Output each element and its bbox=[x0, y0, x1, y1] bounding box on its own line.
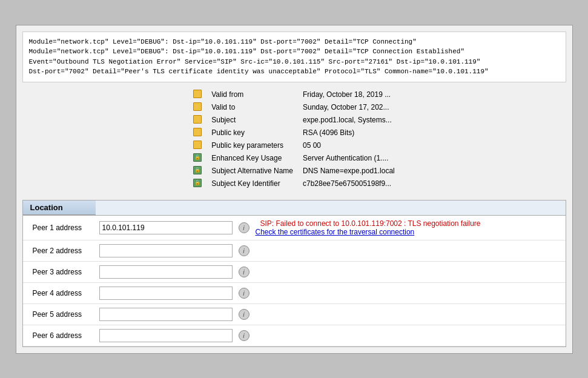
log-section: Module="network.tcp" Level="DEBUG": Dst-… bbox=[22, 31, 566, 82]
peer-row-2: Peer 2 addressi bbox=[23, 240, 566, 262]
log-line-3: Event="Outbound TLS Negotiation Error" S… bbox=[29, 57, 560, 67]
cert-label: Public key parameters bbox=[206, 139, 298, 152]
yellow-icon bbox=[193, 115, 202, 124]
cert-row: Subject Alternative NameDNS Name=expe.po… bbox=[188, 165, 400, 177]
cert-value: Sunday, October 17, 202... bbox=[298, 101, 400, 114]
cert-label: Subject Key Identifier bbox=[206, 177, 298, 190]
peer-row-1: Peer 1 addressiSIP: Failed to connect to… bbox=[23, 216, 566, 240]
cert-row: Enhanced Key UsageServer Authentication … bbox=[188, 152, 400, 165]
error-message: SIP: Failed to connect to 10.0.101.119:7… bbox=[260, 219, 481, 228]
peer-2-label: Peer 2 address bbox=[33, 247, 93, 255]
cert-value: Server Authentication (1.... bbox=[298, 152, 400, 165]
peer-5-info-icon[interactable]: i bbox=[239, 309, 249, 320]
cert-value: DNS Name=expe.pod1.local bbox=[298, 165, 400, 177]
cert-label: Public key bbox=[206, 127, 298, 139]
green-lock-icon bbox=[193, 153, 202, 162]
peer-row-5: Peer 5 addressi bbox=[23, 304, 566, 325]
cert-value: RSA (4096 Bits) bbox=[298, 127, 400, 139]
peer-1-info-icon[interactable]: i bbox=[239, 222, 249, 233]
peers-container: Peer 1 addressiSIP: Failed to connect to… bbox=[23, 216, 566, 346]
cert-table: Valid fromFriday, October 18, 2019 ...Va… bbox=[188, 88, 400, 190]
cert-row: Public keyRSA (4096 Bits) bbox=[188, 127, 400, 139]
cert-label: Valid to bbox=[206, 101, 298, 114]
peer-row-4: Peer 4 addressi bbox=[23, 283, 566, 304]
cert-label: Valid from bbox=[206, 88, 298, 101]
cert-value: Friday, October 18, 2019 ... bbox=[298, 88, 400, 101]
cert-row: Public key parameters05 00 bbox=[188, 139, 400, 152]
peer-2-input[interactable] bbox=[99, 244, 233, 257]
cert-value: c7b28ee75e675005198f9... bbox=[298, 177, 400, 190]
peer-3-input[interactable] bbox=[99, 265, 233, 279]
cert-value: 05 00 bbox=[298, 139, 400, 152]
log-line-2: Module="network.tcp" Level="DEBUG": Dst-… bbox=[29, 47, 560, 57]
cert-label: Subject bbox=[206, 114, 298, 127]
yellow-icon bbox=[193, 141, 202, 149]
peer-5-input[interactable] bbox=[99, 308, 233, 321]
peer-row-6: Peer 6 addressi bbox=[23, 325, 566, 346]
peer-4-input[interactable] bbox=[99, 287, 233, 300]
peer-4-info-icon[interactable]: i bbox=[239, 288, 249, 299]
peer-6-label: Peer 6 address bbox=[33, 331, 93, 340]
peer-3-label: Peer 3 address bbox=[33, 268, 93, 276]
peer-1-label: Peer 1 address bbox=[33, 224, 93, 232]
log-line-4: Dst-port="7002" Detail="Peer's TLS certi… bbox=[29, 67, 560, 77]
cert-label: Enhanced Key Usage bbox=[206, 152, 298, 165]
yellow-icon bbox=[193, 90, 202, 98]
peer-2-info-icon[interactable]: i bbox=[239, 245, 249, 256]
peer-5-label: Peer 5 address bbox=[33, 310, 93, 319]
main-container: Module="network.tcp" Level="DEBUG": Dst-… bbox=[16, 25, 573, 354]
location-title: Location bbox=[23, 201, 96, 215]
error-link[interactable]: Check the certificates for the traversal… bbox=[256, 228, 481, 236]
yellow-icon bbox=[193, 102, 202, 111]
yellow-icon bbox=[193, 128, 202, 136]
peer-row-3: Peer 3 addressi bbox=[23, 262, 566, 283]
cert-label: Subject Alternative Name bbox=[206, 165, 298, 177]
peer-6-input[interactable] bbox=[99, 329, 233, 342]
green-lock-icon bbox=[193, 179, 202, 187]
peer-6-info-icon[interactable]: i bbox=[239, 330, 249, 341]
cert-value: expe.pod1.local, Systems... bbox=[298, 114, 400, 127]
error-container: SIP: Failed to connect to 10.0.101.119:7… bbox=[256, 219, 481, 236]
cert-row: Valid fromFriday, October 18, 2019 ... bbox=[188, 88, 400, 101]
cert-row: Valid toSunday, October 17, 202... bbox=[188, 101, 400, 114]
log-line-1: Module="network.tcp" Level="DEBUG": Dst-… bbox=[29, 37, 560, 47]
cert-row: Subject Key Identifierc7b28ee75e67500519… bbox=[188, 177, 400, 190]
location-section: Location Peer 1 addressiSIP: Failed to c… bbox=[22, 200, 566, 347]
green-lock-icon bbox=[193, 166, 202, 174]
location-header-row: Location bbox=[23, 201, 566, 216]
peer-3-info-icon[interactable]: i bbox=[239, 267, 249, 277]
peer-4-label: Peer 4 address bbox=[33, 289, 93, 297]
cert-row: Subjectexpe.pod1.local, Systems... bbox=[188, 114, 400, 127]
peer-1-input[interactable] bbox=[99, 221, 233, 234]
